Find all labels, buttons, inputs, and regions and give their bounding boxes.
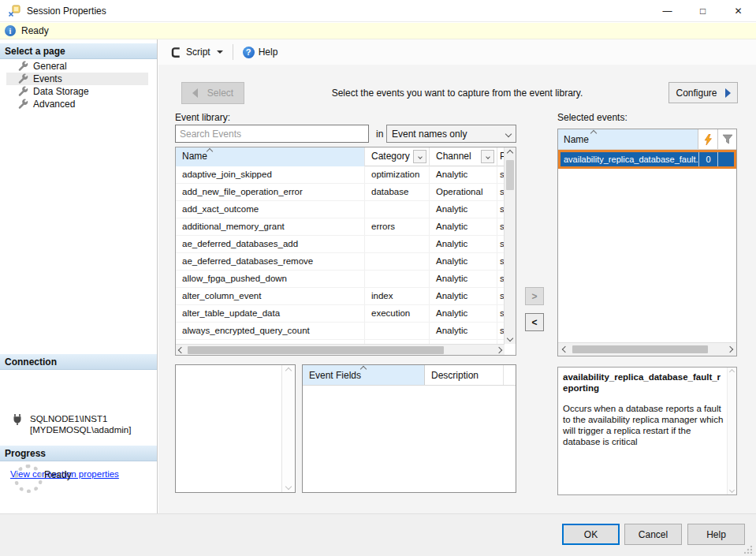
cancel-button[interactable]: Cancel bbox=[624, 524, 682, 545]
chevron-down-icon bbox=[505, 130, 512, 136]
sort-ascending-icon bbox=[590, 130, 597, 136]
add-event-button[interactable]: > bbox=[525, 287, 544, 305]
category-filter-dropdown[interactable] bbox=[413, 150, 426, 163]
column-header-event-count[interactable] bbox=[698, 129, 718, 149]
vertical-scrollbar[interactable] bbox=[727, 368, 736, 494]
app-icon bbox=[8, 5, 20, 17]
event-row[interactable]: add_xact_outcomeAnalyticsq bbox=[176, 201, 505, 218]
search-scope-value: Event names only bbox=[392, 129, 467, 140]
help-button-footer[interactable]: Help bbox=[687, 524, 745, 545]
selected-event-count: 0 bbox=[699, 152, 718, 166]
scrollbar-thumb[interactable] bbox=[572, 345, 708, 353]
vertical-scrollbar[interactable] bbox=[281, 365, 295, 492]
lightning-bolt-icon bbox=[703, 134, 713, 145]
scrollbar-thumb[interactable] bbox=[188, 346, 444, 354]
in-label: in bbox=[376, 129, 383, 140]
select-a-page-header: Select a page bbox=[0, 43, 157, 59]
event-description-body: Occurs when a database reports a fault t… bbox=[563, 403, 724, 447]
event-library-table: Name Category Channel P adaptive_join_sk… bbox=[175, 147, 516, 356]
cell-name: additional_memory_grant bbox=[176, 218, 365, 235]
scroll-left-button[interactable] bbox=[176, 345, 187, 356]
event-fields-header: Event Fields Description bbox=[303, 365, 516, 386]
scroll-up-button[interactable] bbox=[285, 368, 292, 374]
sort-ascending-icon bbox=[207, 148, 213, 155]
search-scope-dropdown[interactable]: Event names only bbox=[386, 125, 516, 143]
selected-event-row[interactable]: availability_replica_database_fault... 0 bbox=[558, 150, 736, 169]
chevron-down-icon bbox=[217, 50, 223, 54]
connection-header: Connection bbox=[0, 354, 157, 370]
event-fields-table: Event Fields Description bbox=[302, 364, 516, 493]
scroll-down-button[interactable] bbox=[285, 483, 292, 490]
sidebar-item-label: Events bbox=[33, 73, 62, 84]
minimize-button[interactable]: — bbox=[650, 0, 685, 22]
scroll-up-button[interactable] bbox=[505, 147, 516, 159]
remove-event-button[interactable]: < bbox=[525, 313, 544, 331]
help-label: Help bbox=[259, 47, 278, 58]
horizontal-scrollbar[interactable] bbox=[558, 342, 736, 356]
scroll-left-button[interactable] bbox=[558, 343, 572, 356]
sidebar-item-data-storage[interactable]: Data Storage bbox=[6, 85, 148, 98]
select-button[interactable]: Select bbox=[181, 82, 244, 104]
event-library-label: Event library: bbox=[175, 112, 230, 123]
sidebar-item-label: Advanced bbox=[33, 99, 75, 110]
sidebar-item-label: Data Storage bbox=[33, 86, 89, 97]
cell-channel: Analytic bbox=[430, 218, 497, 235]
window-title: Session Properties bbox=[27, 6, 106, 17]
tab-event-fields[interactable]: Event Fields bbox=[303, 365, 425, 385]
tab-description[interactable]: Description bbox=[425, 365, 504, 385]
event-row[interactable]: ae_deferred_databases_removeAnalyticsq bbox=[176, 253, 505, 271]
connection-icon bbox=[11, 413, 24, 426]
sidebar-item-general[interactable]: General bbox=[6, 60, 148, 73]
arrow-right-icon bbox=[725, 88, 731, 98]
scroll-right-button[interactable] bbox=[723, 343, 736, 356]
scroll-up-button[interactable] bbox=[729, 369, 735, 375]
scroll-down-button[interactable] bbox=[729, 487, 735, 493]
event-row[interactable]: add_new_file_operation_errordatabaseOper… bbox=[176, 184, 505, 201]
sidebar-item-advanced[interactable]: Advanced bbox=[6, 98, 148, 110]
column-header-name[interactable]: Name bbox=[558, 129, 698, 149]
horizontal-scrollbar[interactable] bbox=[176, 344, 505, 355]
column-header-filter[interactable] bbox=[718, 129, 736, 149]
search-input[interactable] bbox=[175, 125, 369, 143]
selected-event-filter-cell bbox=[718, 152, 734, 166]
chevron-down-icon bbox=[486, 155, 490, 159]
scroll-right-button[interactable] bbox=[493, 345, 505, 356]
column-label: Name bbox=[564, 134, 589, 145]
cell-channel: Analytic bbox=[430, 288, 497, 304]
event-row[interactable]: alter_table_update_dataexecutionAnalytic… bbox=[176, 305, 505, 323]
scrollbar-thumb[interactable] bbox=[506, 160, 514, 190]
ok-button[interactable]: OK bbox=[562, 524, 620, 545]
column-header-name[interactable]: Name bbox=[176, 147, 365, 166]
chevron-down-icon bbox=[418, 155, 423, 159]
scroll-down-button[interactable] bbox=[505, 333, 516, 344]
cell-category: database bbox=[365, 184, 430, 200]
instruction-text: Select the events you want to capture fr… bbox=[260, 88, 654, 99]
filter-funnel-icon bbox=[722, 134, 733, 144]
cell-name: adaptive_join_skipped bbox=[176, 166, 365, 183]
resize-grip[interactable] bbox=[744, 546, 752, 554]
cell-name: allow_fpga_pushed_down bbox=[176, 271, 365, 287]
column-header-channel[interactable]: Channel bbox=[430, 147, 497, 166]
column-header-category[interactable]: Category bbox=[365, 147, 430, 166]
event-row[interactable]: adaptive_join_skippedoptimizationAnalyti… bbox=[176, 166, 505, 184]
column-label: Category bbox=[371, 151, 410, 162]
column-label: Description bbox=[431, 370, 479, 381]
sidebar-item-events[interactable]: Events bbox=[6, 73, 148, 85]
event-row[interactable]: ae_deferred_databases_addAnalyticsq bbox=[176, 236, 505, 253]
wrench-icon bbox=[17, 99, 28, 110]
event-row[interactable]: alter_column_eventindexAnalyticsq bbox=[176, 288, 505, 305]
maximize-button[interactable]: □ bbox=[685, 0, 721, 22]
channel-filter-dropdown[interactable] bbox=[481, 150, 494, 163]
event-row[interactable]: always_encrypted_query_countAnalyticsq bbox=[176, 323, 505, 340]
cell-category bbox=[365, 236, 430, 252]
script-button[interactable]: Script bbox=[166, 43, 228, 62]
cell-name: add_xact_outcome bbox=[176, 201, 365, 218]
event-row[interactable]: allow_fpga_pushed_downAnalyticsq bbox=[176, 271, 505, 288]
event-row[interactable]: additional_memory_granterrorsAnalyticsq bbox=[176, 218, 505, 236]
cell-channel: Analytic bbox=[430, 271, 497, 287]
vertical-scrollbar[interactable] bbox=[504, 147, 516, 344]
help-button[interactable]: ? Help bbox=[238, 43, 283, 62]
configure-button[interactable]: Configure bbox=[668, 82, 738, 103]
close-button[interactable]: ✕ bbox=[721, 0, 756, 22]
cell-category bbox=[365, 253, 430, 270]
